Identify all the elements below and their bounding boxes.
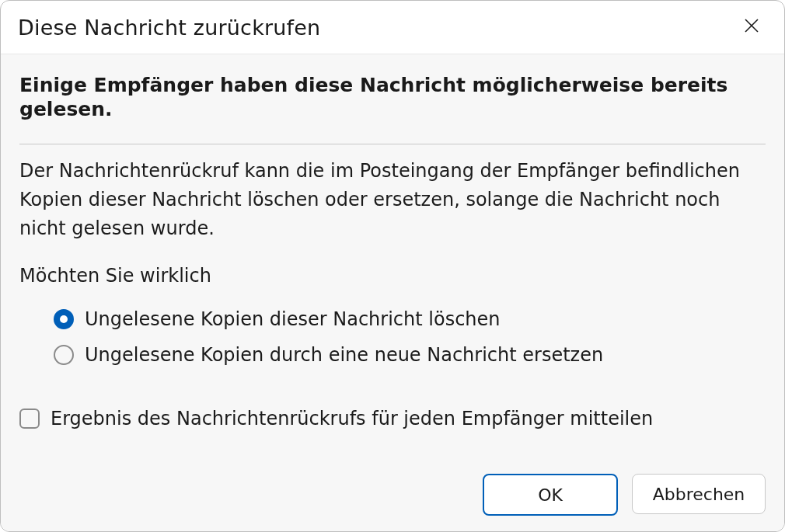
warning-heading: Einige Empfänger haben diese Nachricht m… xyxy=(19,73,766,122)
radio-label-delete: Ungelesene Kopien dieser Nachricht lösch… xyxy=(85,308,501,330)
divider xyxy=(19,144,766,144)
prompt-text: Möchten Sie wirklich xyxy=(19,265,766,287)
description-text: Der Nachrichtenrückruf kann die im Poste… xyxy=(19,157,766,244)
ok-button[interactable]: OK xyxy=(483,474,618,516)
cancel-button[interactable]: Abbrechen xyxy=(632,474,766,514)
radio-option-delete[interactable]: Ungelesene Kopien dieser Nachricht lösch… xyxy=(54,308,766,330)
recall-options-group: Ungelesene Kopien dieser Nachricht lösch… xyxy=(19,308,766,380)
checkbox-icon xyxy=(19,409,40,429)
close-button[interactable] xyxy=(736,12,767,43)
dialog-body: Einige Empfänger haben diese Nachricht m… xyxy=(1,54,784,531)
recall-message-dialog: Diese Nachricht zurückrufen Einige Empfä… xyxy=(0,0,785,532)
close-icon xyxy=(744,18,759,37)
radio-option-replace[interactable]: Ungelesene Kopien durch eine neue Nachri… xyxy=(54,344,766,366)
dialog-titlebar: Diese Nachricht zurückrufen xyxy=(1,1,784,54)
dialog-title: Diese Nachricht zurückrufen xyxy=(18,16,320,40)
radio-label-replace: Ungelesene Kopien durch eine neue Nachri… xyxy=(85,344,603,366)
radio-circle-icon xyxy=(54,345,74,365)
dialog-button-row: OK Abbrechen xyxy=(19,455,766,516)
checkbox-label: Ergebnis des Nachrichtenrückrufs für jed… xyxy=(51,408,653,429)
ok-button-label: OK xyxy=(538,485,563,505)
report-result-checkbox[interactable]: Ergebnis des Nachrichtenrückrufs für jed… xyxy=(19,408,766,429)
radio-circle-icon xyxy=(54,309,74,329)
cancel-button-label: Abbrechen xyxy=(653,485,745,504)
